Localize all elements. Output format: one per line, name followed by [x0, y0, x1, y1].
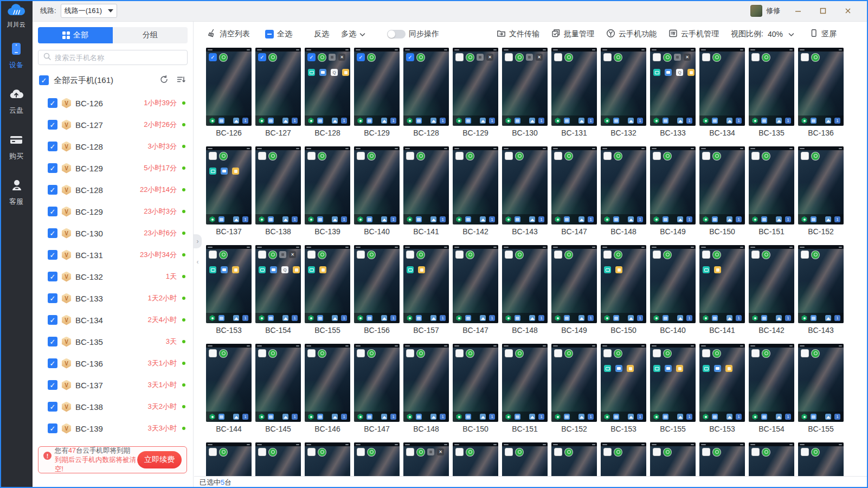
phone-thumbnail[interactable]: 1 [206, 245, 252, 323]
select-all-checkbox[interactable]: ✓ [39, 75, 49, 85]
invert-selection-button[interactable]: 反选 [314, 29, 329, 39]
thumbnail-checkbox[interactable] [801, 349, 809, 357]
phone-thumbnail[interactable]: 1 [749, 146, 794, 224]
thumbnail-checkbox[interactable] [554, 349, 562, 357]
device-checkbox[interactable]: ✓ [48, 380, 57, 390]
phone-thumbnail[interactable]: 1 [453, 442, 498, 476]
thumbnail-checkbox[interactable] [653, 349, 661, 357]
phone-thumbnail[interactable]: 1 [255, 442, 301, 476]
thumbnail-checkbox[interactable] [455, 152, 464, 160]
thumbnail-checkbox[interactable] [603, 251, 612, 259]
thumbnail-checkbox[interactable] [751, 53, 760, 61]
phone-thumbnail[interactable]: 1 [798, 344, 844, 422]
phone-thumbnail[interactable]: 1 [749, 245, 794, 323]
phone-thumbnail[interactable]: 1 [206, 146, 252, 224]
phone-thumbnail[interactable]: 1 [798, 146, 844, 224]
tab-all[interactable]: 全部 [38, 27, 113, 43]
phone-thumbnail[interactable]: 1 [354, 344, 400, 422]
thumbnail-checkbox[interactable] [702, 152, 710, 160]
thumbnail-checkbox[interactable] [505, 251, 513, 259]
phone-thumbnail[interactable]: 1 [354, 245, 400, 323]
device-list-item[interactable]: ✓VBC-1363天1小时 [33, 352, 193, 374]
thumbnail-checkbox[interactable] [455, 251, 464, 259]
clear-list-button[interactable]: 清空列表 [207, 29, 250, 40]
phone-thumbnail[interactable]: 1 [699, 245, 745, 323]
device-list-item[interactable]: ✓VBC-1393天3小时 [33, 418, 193, 439]
thumbnail-checkbox[interactable] [751, 349, 760, 357]
phone-thumbnail[interactable]: 1 [305, 146, 350, 224]
thumbnail-checkbox[interactable] [554, 251, 562, 259]
sidebar-item-cloud-disk[interactable]: 云盘 [9, 87, 23, 115]
phone-thumbnail[interactable]: 1 [305, 245, 350, 323]
panel-expand-handle[interactable]: › [194, 234, 202, 248]
device-list-item[interactable]: ✓VBC-1373天1小时 [33, 374, 193, 396]
thumbnail-checkbox[interactable] [505, 349, 513, 357]
thumbnail-checkbox[interactable] [406, 448, 414, 456]
search-input[interactable] [55, 54, 183, 62]
tab-groups[interactable]: 分组 [113, 27, 188, 43]
phone-thumbnail[interactable]: ✕Q1 [255, 245, 301, 323]
thumbnail-checkbox[interactable] [307, 152, 316, 160]
phone-thumbnail[interactable]: 1 [601, 245, 646, 323]
thumbnail-checkbox[interactable] [603, 349, 612, 357]
phone-thumbnail[interactable]: 1 [601, 48, 646, 126]
phone-thumbnail[interactable]: 1 [551, 245, 597, 323]
phone-thumbnail[interactable]: 1 [403, 146, 449, 224]
thumbnail-checkbox[interactable] [406, 152, 414, 160]
device-checkbox[interactable]: ✓ [48, 250, 57, 260]
phone-thumbnail[interactable]: 1 [699, 442, 745, 476]
phone-thumbnail[interactable]: 1 [502, 344, 548, 422]
device-list-item[interactable]: ✓VBC-1331天2小时 [33, 287, 193, 309]
thumbnail-checkbox[interactable] [406, 349, 414, 357]
phone-thumbnail[interactable]: 1 [206, 442, 252, 476]
select-all-toolbar[interactable]: 全选 [265, 29, 292, 39]
phone-thumbnail[interactable]: 1 [206, 344, 252, 422]
thumbnail-checkbox[interactable] [603, 53, 612, 61]
thumbnail-checkbox[interactable] [357, 349, 365, 357]
phone-thumbnail[interactable]: ✓1 [354, 48, 400, 126]
phone-thumbnail[interactable]: 1 [305, 442, 350, 476]
panel-collapse-handle[interactable]: ‹ [194, 255, 202, 269]
phone-thumbnail[interactable]: 1 [749, 442, 794, 476]
phone-thumbnail[interactable]: 1 [354, 146, 400, 224]
sort-list-icon[interactable] [176, 75, 185, 86]
sidebar-item-purchase[interactable]: 购买 [9, 133, 23, 161]
thumbnail-checkbox[interactable] [209, 448, 217, 456]
device-checkbox[interactable]: ✓ [48, 293, 57, 303]
sync-toggle[interactable] [387, 30, 406, 38]
phone-thumbnail[interactable]: 1 [453, 344, 498, 422]
phone-thumbnail[interactable]: 1 [502, 146, 548, 224]
phone-thumbnail[interactable]: ✕1 [403, 442, 449, 476]
device-list-item[interactable]: ✓VBC-1321天 [33, 266, 193, 287]
phone-thumbnail[interactable]: ✕Q1 [650, 48, 696, 126]
phone-thumbnail[interactable]: 1 [255, 146, 301, 224]
device-list-item[interactable]: ✓VBC-1283小时3分 [33, 136, 193, 157]
phone-thumbnail[interactable]: 1 [699, 146, 745, 224]
device-list-item[interactable]: ✓VBC-1272小时26分 [33, 114, 193, 136]
device-checkbox[interactable]: ✓ [48, 358, 57, 368]
thumbnail-checkbox[interactable] [455, 53, 464, 61]
phone-thumbnail[interactable]: 1 [354, 442, 400, 476]
close-button[interactable] [835, 3, 860, 18]
thumbnail-checkbox[interactable] [357, 152, 365, 160]
thumbnail-checkbox[interactable] [653, 251, 661, 259]
thumbnail-checkbox[interactable] [801, 152, 809, 160]
device-checkbox[interactable]: ✓ [48, 315, 57, 325]
thumbnail-checkbox[interactable] [258, 448, 266, 456]
device-list-item[interactable]: ✓VBC-13023小时6分 [33, 222, 193, 244]
thumbnail-checkbox[interactable] [357, 251, 365, 259]
device-list-item[interactable]: ✓VBC-1295小时17分 [33, 157, 193, 179]
device-list-item[interactable]: ✓VBC-1353天 [33, 331, 193, 352]
refresh-icon[interactable] [159, 75, 169, 86]
device-list-item[interactable]: ✓VBC-1342天4小时 [33, 309, 193, 331]
batch-manage-button[interactable]: 批量管理 [551, 29, 594, 40]
phone-thumbnail[interactable]: 1 [551, 48, 597, 126]
file-transfer-button[interactable]: 文件传输 [497, 29, 539, 40]
phone-thumbnail[interactable]: 1 [601, 442, 646, 476]
phone-thumbnail[interactable]: 1 [502, 245, 548, 323]
phone-thumbnail[interactable]: 1 [798, 245, 844, 323]
thumbnail-checkbox[interactable] [307, 251, 316, 259]
route-dropdown[interactable]: 线路一(161) [61, 4, 117, 18]
phone-thumbnail[interactable]: 1 [798, 48, 844, 126]
phone-thumbnail[interactable]: 1 [650, 344, 696, 422]
